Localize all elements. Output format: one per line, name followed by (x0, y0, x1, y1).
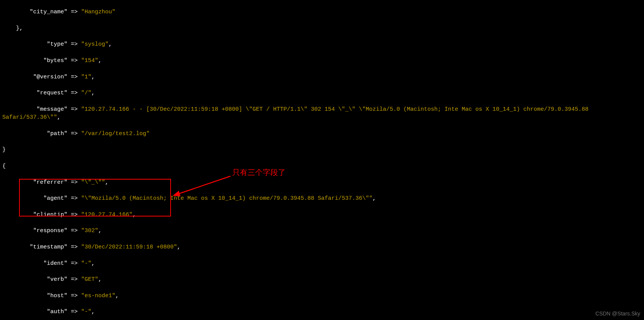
log-line: "bytes" => "154", (2, 57, 642, 65)
terminal-output: "city_name" => "Hangzhou" }, "type" => "… (0, 0, 644, 320)
log-line: "@version" => "1", (2, 73, 642, 81)
log-line: } (2, 146, 642, 154)
log-line: "referrer" => "\"_\"", (2, 178, 642, 186)
log-line: "clientip" => "120.27.74.166", (2, 211, 642, 219)
log-line: "city_name" => "Hangzhou" (2, 8, 642, 16)
annotation-label: 只有三个字段了 (232, 169, 286, 177)
log-line: "type" => "syslog", (2, 40, 642, 48)
log-line: "agent" => "\"Mozila/5.0 (Macintosh; Int… (2, 194, 642, 202)
watermark: CSDN @Stars.Sky (595, 310, 640, 318)
log-line: }, (2, 24, 642, 32)
log-line: "path" => "/var/log/test2.log" (2, 130, 642, 138)
log-line: "ident" => "-", (2, 260, 642, 267)
log-line: "response" => "302", (2, 227, 642, 235)
log-line: "host" => "es-node1", (2, 292, 642, 300)
log-line: "message" => "120.27.74.166 - - [30/Dec/… (2, 105, 642, 122)
log-line: "timestamp" => "30/Dec/2022:11:59:18 +08… (2, 243, 642, 251)
log-line: { (2, 162, 642, 170)
log-line: "request" => "/", (2, 89, 642, 97)
log-line: "auth" => "-", (2, 308, 642, 316)
log-line: "verb" => "GET", (2, 275, 642, 283)
